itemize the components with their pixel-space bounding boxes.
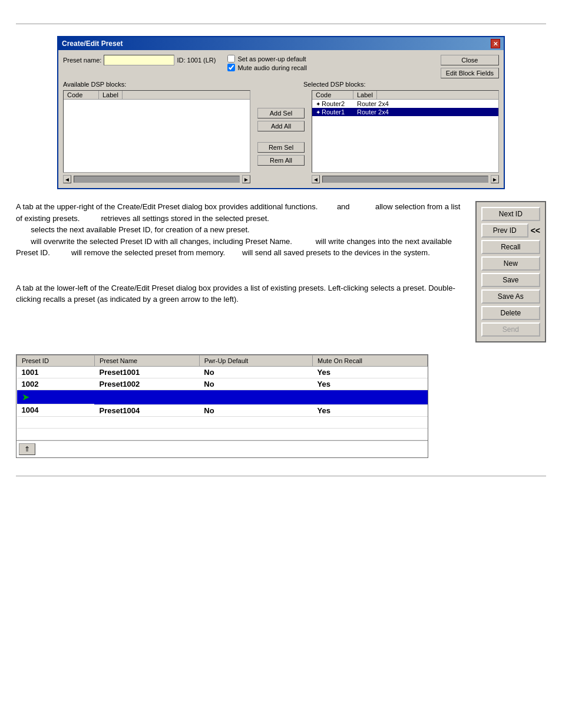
preset-id: ID: 1001 (LR) xyxy=(177,57,216,64)
save-button[interactable]: Save xyxy=(481,273,540,287)
set-powerup-checkbox[interactable] xyxy=(227,55,235,62)
mute-audio-row: Mute audio during recall xyxy=(227,64,306,71)
recall-button[interactable]: Recall xyxy=(481,240,540,254)
dsp-section: Code Label ◄ ► Add Sel Add All Rem xyxy=(63,90,499,183)
router-icon-2: ✦ xyxy=(316,109,320,116)
scroll-track-2[interactable] xyxy=(322,176,488,183)
bottom-divider xyxy=(16,476,546,476)
available-dsp-list[interactable]: Code Label xyxy=(63,90,250,173)
preset-buttons-panel: Next ID Prev ID << Recall New Save Save … xyxy=(475,201,546,342)
create-edit-preset-dialog: Create/Edit Preset ✕ Preset name: ID: 10… xyxy=(57,36,505,189)
paragraph-1: A tab at the upper-right of the Create/E… xyxy=(16,201,464,259)
preset-table: Preset ID Preset Name Pwr-Up Default Mut… xyxy=(16,355,428,440)
available-dsp-header: Code Label xyxy=(64,91,250,100)
close-button[interactable]: Close xyxy=(441,55,499,65)
router-label-1: Router 2x4 xyxy=(353,100,392,108)
selected-scrollbar: ◄ ► xyxy=(312,175,499,183)
preset-id-1004: 1004 xyxy=(22,406,39,414)
table-row-empty xyxy=(17,428,428,440)
selected-code-header: Code xyxy=(312,91,353,99)
table-row-empty xyxy=(17,416,428,428)
dialog-body: Preset name: ID: 1001 (LR) Set as power-… xyxy=(58,50,504,188)
available-scrollbar: ◄ ► xyxy=(63,175,250,183)
table-row[interactable]: 1002 Preset1002 No Yes xyxy=(17,378,428,390)
mute-recall-1001: Yes xyxy=(318,368,330,377)
available-code-header: Code xyxy=(64,91,99,99)
dialog-right-buttons: Close Edit Block Fields xyxy=(441,55,499,78)
selected-dsp-row-active[interactable]: ✦ Router1 Router 2x4 xyxy=(312,108,498,116)
next-id-button[interactable]: Next ID xyxy=(481,207,540,221)
send-button[interactable]: Send xyxy=(481,322,540,337)
selected-dsp-list[interactable]: Code Label ✦ Router2 Router 2x4 xyxy=(312,90,499,173)
sort-button[interactable]: ⇑ xyxy=(19,443,35,455)
available-dsp-label: Available DSP blocks: xyxy=(63,81,126,88)
preset-id-1002: 1002 xyxy=(22,380,39,388)
table-row[interactable]: 1004 Preset1004 No Yes xyxy=(17,404,428,416)
dsp-middle-buttons: Add Sel Add All Rem Sel Rem All xyxy=(255,90,307,183)
checkbox-group: Set as power-up default Mute audio durin… xyxy=(227,55,306,73)
pwr-default-1001: No xyxy=(204,368,214,377)
edit-block-button[interactable]: Edit Block Fields xyxy=(441,68,499,78)
dialog-close-icon[interactable]: ✕ xyxy=(491,39,500,48)
content-section: A tab at the upper-right of the Create/E… xyxy=(16,201,546,342)
scroll-left-arrow-2[interactable]: ◄ xyxy=(312,175,320,183)
scroll-right-arrow-2[interactable]: ► xyxy=(491,175,499,183)
page-container: Create/Edit Preset ✕ Preset name: ID: 10… xyxy=(16,12,546,488)
preset-name-label: Preset name: xyxy=(63,57,101,64)
description-text: A tab at the upper-right of the Create/E… xyxy=(16,201,464,305)
col-mute-recall: Mute On Recall xyxy=(313,355,428,367)
preset-name-selected xyxy=(99,393,113,401)
mute-recall-1004: Yes xyxy=(318,406,330,415)
add-all-button[interactable]: Add All xyxy=(257,121,305,131)
table-bottom-control: ⇑ xyxy=(16,440,428,457)
prev-id-row: Prev ID << xyxy=(481,223,540,238)
preset-table-container: Preset ID Preset Name Pwr-Up Default Mut… xyxy=(16,354,428,458)
set-powerup-label: Set as power-up default xyxy=(237,55,306,62)
selected-dsp-panel: Code Label ✦ Router2 Router 2x4 xyxy=(312,90,499,183)
selected-dsp-label: Selected DSP blocks: xyxy=(303,81,366,88)
dialog-title: Create/Edit Preset xyxy=(62,39,123,48)
rem-all-button[interactable]: Rem All xyxy=(257,155,305,166)
scroll-right-arrow[interactable]: ► xyxy=(242,175,250,183)
preset-id-selected xyxy=(29,393,34,401)
pwr-default-1004: No xyxy=(204,406,214,415)
selected-dsp-header: Code Label xyxy=(312,91,498,100)
mute-audio-label: Mute audio during recall xyxy=(237,64,306,71)
preset-table-body: 1001 Preset1001 No Yes 1002 Preset1002 N… xyxy=(17,367,428,440)
pwr-default-selected xyxy=(204,393,211,401)
save-as-button[interactable]: Save As xyxy=(481,289,540,304)
pwr-default-1002: No xyxy=(204,380,214,388)
selected-label-header: Label xyxy=(353,91,377,99)
preset-table-head: Preset ID Preset Name Pwr-Up Default Mut… xyxy=(17,355,428,367)
preset-name-input[interactable] xyxy=(104,55,174,65)
col-pwr-default: Pwr-Up Default xyxy=(199,355,312,367)
scroll-track[interactable] xyxy=(74,176,240,183)
green-arrow-icon: ➤ xyxy=(22,391,29,403)
router-icon-1: ✦ xyxy=(316,101,320,107)
table-row[interactable]: 1001 Preset1001 No Yes xyxy=(17,367,428,378)
preset-name-1002: Preset1002 xyxy=(99,380,140,388)
mute-recall-1002: Yes xyxy=(318,380,330,388)
available-label-header: Label xyxy=(99,91,123,99)
preset-table-header-row: Preset ID Preset Name Pwr-Up Default Mut… xyxy=(17,355,428,367)
col-preset-id: Preset ID xyxy=(17,355,95,367)
set-powerup-row: Set as power-up default xyxy=(227,55,306,62)
paragraph-2: A tab at the lower-left of the Create/Ed… xyxy=(16,282,464,305)
top-divider xyxy=(16,24,546,24)
double-arrow-icon: << xyxy=(531,226,540,235)
router-label-2: Router 2x4 xyxy=(353,108,392,116)
scroll-left-arrow[interactable]: ◄ xyxy=(63,175,71,183)
router-code-2: Router1 xyxy=(322,108,345,116)
add-sel-button[interactable]: Add Sel xyxy=(257,108,305,118)
prev-id-button[interactable]: Prev ID xyxy=(481,223,528,238)
available-dsp-panel: Code Label ◄ ► xyxy=(63,90,250,183)
selected-dsp-row[interactable]: ✦ Router2 Router 2x4 xyxy=(312,100,498,108)
table-row-selected[interactable]: ➤ xyxy=(17,390,428,405)
preset-id-1001: 1001 xyxy=(22,368,39,377)
new-button[interactable]: New xyxy=(481,256,540,271)
preset-name-1004: Preset1004 xyxy=(99,406,140,415)
mute-audio-checkbox[interactable] xyxy=(227,64,235,71)
delete-button[interactable]: Delete xyxy=(481,306,540,320)
router-code-1: Router2 xyxy=(322,100,345,107)
rem-sel-button[interactable]: Rem Sel xyxy=(257,142,305,153)
